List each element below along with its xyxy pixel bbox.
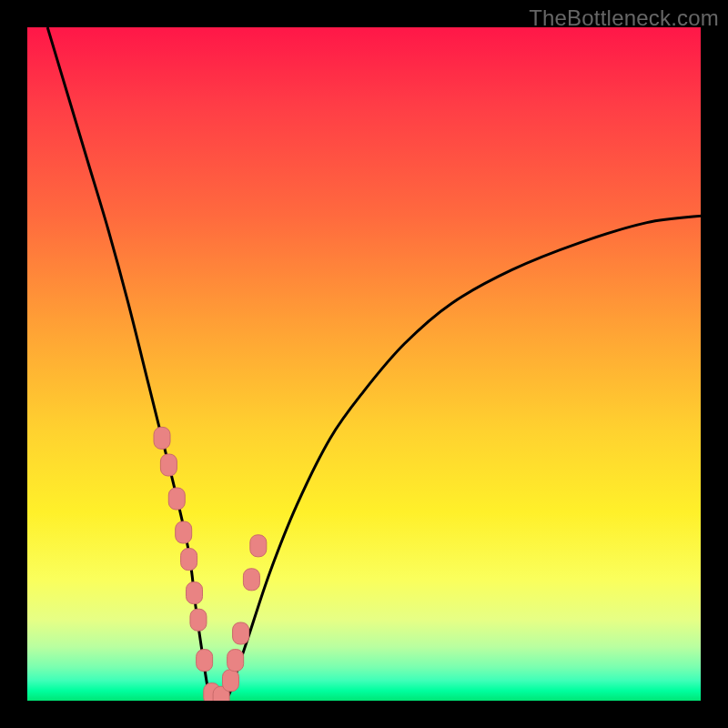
chart-frame: TheBottleneck.com	[0, 0, 728, 728]
data-marker	[181, 549, 197, 571]
watermark-text: TheBottleneck.com	[529, 5, 719, 31]
chart-svg	[27, 27, 701, 701]
data-marker	[176, 521, 192, 543]
plot-area	[27, 27, 701, 701]
data-marker	[228, 650, 244, 672]
bottleneck-curve	[47, 27, 701, 701]
data-marker	[160, 454, 177, 476]
data-marker	[187, 582, 203, 604]
data-marker	[154, 427, 170, 449]
data-marker	[250, 535, 267, 557]
data-marker	[222, 670, 238, 692]
data-marker	[233, 622, 249, 644]
curve-layer	[47, 27, 701, 701]
marker-layer	[154, 427, 267, 701]
data-marker	[197, 650, 213, 672]
data-marker	[190, 609, 207, 631]
data-marker	[168, 488, 185, 510]
data-marker	[243, 569, 259, 591]
